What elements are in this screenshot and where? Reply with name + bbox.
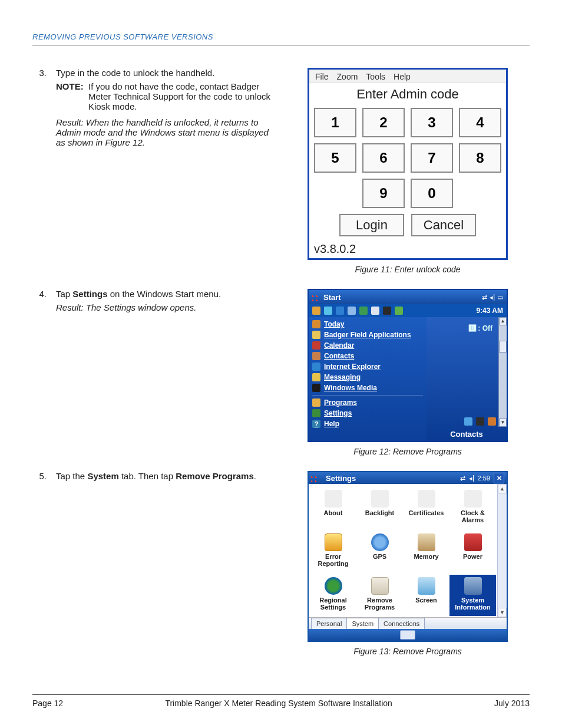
cp-backlight[interactable]: Backlight <box>356 487 403 529</box>
section-header: REMOVING PREVIOUS SOFTWARE VERSIONS <box>32 32 530 45</box>
step3-result: Result: When the handheld is unlocked, i… <box>56 117 274 147</box>
cp-regional[interactable]: Regional Settings <box>310 575 356 616</box>
menu-tools[interactable]: Tools <box>366 72 385 81</box>
start-item-wmedia[interactable]: Windows Media <box>312 383 423 393</box>
tray-icon[interactable] <box>371 307 379 315</box>
key-7[interactable]: 7 <box>411 143 453 173</box>
tab-system[interactable]: System <box>346 618 379 629</box>
note-label: NOTE: <box>56 81 88 111</box>
footer-page: Page 12 <box>32 699 63 708</box>
footer-title: Trimble Ranger X Meter Reading System So… <box>165 699 392 708</box>
scrollbar[interactable]: ▲ ▼ <box>497 484 507 617</box>
tray-icon[interactable] <box>359 307 368 315</box>
cp-system-info[interactable]: System Information <box>449 575 496 616</box>
signal-icon: ◂ǀ <box>469 475 474 482</box>
scroll-up-icon[interactable]: ▲ <box>498 484 507 493</box>
keypad-title: Enter Admin code <box>309 83 506 104</box>
key-2[interactable]: 2 <box>362 108 405 137</box>
key-1[interactable]: 1 <box>314 108 356 137</box>
figure-11-caption: Figure 11: Enter unlock code <box>355 265 461 274</box>
start-item-settings[interactable]: Settings <box>312 408 423 419</box>
key-9[interactable]: 9 <box>362 179 405 208</box>
step5-text: Tap the System tab. Then tap Remove Prog… <box>56 471 274 481</box>
footer-date: July 2013 <box>494 699 530 708</box>
tray-icon[interactable] <box>312 307 320 315</box>
step-number: 3. <box>32 68 56 147</box>
scrollbar[interactable]: ▲ ▼ <box>498 317 507 427</box>
tray-icon[interactable] <box>383 307 391 315</box>
start-item-messaging[interactable]: Messaging <box>312 372 423 383</box>
tab-personal[interactable]: Personal <box>311 618 347 629</box>
signal-icon: ◂ǀ <box>490 294 495 301</box>
tray-icon[interactable] <box>488 417 496 426</box>
key-8[interactable]: 8 <box>459 143 501 173</box>
start-item-calendar[interactable]: Calendar <box>312 340 423 351</box>
battery-icon: ▭ <box>497 294 503 301</box>
cp-screen[interactable]: Screen <box>403 575 449 616</box>
key-5[interactable]: 5 <box>314 143 356 173</box>
softkey-contacts[interactable]: Contacts <box>427 430 507 439</box>
clock: 2:59 <box>478 475 490 482</box>
start-item-contacts[interactable]: Contacts <box>312 351 423 361</box>
cp-error-reporting[interactable]: Error Reporting <box>310 531 356 572</box>
step-number: 4. <box>32 289 56 312</box>
tray-icon[interactable] <box>395 307 403 315</box>
cp-clock-alarms[interactable]: Clock & Alarms <box>449 487 496 529</box>
menu-help[interactable]: Help <box>394 72 411 81</box>
scroll-down-icon[interactable]: ▼ <box>498 608 507 617</box>
start-item-badger[interactable]: Badger Field Applications <box>312 330 423 340</box>
close-button[interactable]: ✕ <box>494 473 504 483</box>
menu-zoom[interactable]: Zoom <box>337 72 358 81</box>
tray-icon[interactable] <box>476 417 484 426</box>
cp-memory[interactable]: Memory <box>403 531 449 572</box>
tray-icon[interactable] <box>324 307 332 315</box>
clock: 9:43 AM <box>476 307 503 315</box>
version-label: v3.8.0.2 <box>309 242 506 258</box>
windows-flag-icon[interactable] <box>311 474 319 482</box>
keyboard-icon[interactable] <box>400 630 415 640</box>
note-text: If you do not have the code, contact Bad… <box>88 81 274 111</box>
start-title[interactable]: Start <box>323 293 482 302</box>
scroll-thumb[interactable] <box>499 341 507 353</box>
step4-text: Tap Settings on the Windows Start menu. <box>56 289 274 299</box>
settings-title: Settings <box>326 474 457 483</box>
start-item-ie[interactable]: Internet Explorer <box>312 361 423 372</box>
key-0[interactable]: 0 <box>411 179 453 208</box>
connectivity-icon: ⇄ <box>460 475 465 482</box>
key-6[interactable]: 6 <box>362 143 405 173</box>
cancel-button[interactable]: Cancel <box>411 214 476 236</box>
cp-certificates[interactable]: Certificates <box>403 487 449 529</box>
start-item-today[interactable]: Today <box>312 319 423 330</box>
tray-icon[interactable] <box>464 417 472 426</box>
start-item-help[interactable]: ?Help <box>312 419 423 429</box>
page-footer: Page 12 Trimble Ranger X Meter Reading S… <box>32 694 530 708</box>
start-item-programs[interactable]: Programs <box>312 397 423 408</box>
step-number: 5. <box>32 471 56 481</box>
key-4[interactable]: 4 <box>459 108 501 137</box>
scroll-down-icon[interactable]: ▼ <box>499 419 507 427</box>
scroll-up-icon[interactable]: ▲ <box>499 317 507 325</box>
windows-flag-icon[interactable] <box>312 293 320 301</box>
figure-12-start-menu: Start ⇄ ◂ǀ ▭ <box>308 289 508 442</box>
figure-13-caption: Figure 13: Remove Programs <box>353 647 462 656</box>
figure-11-keypad: File Zoom Tools Help Enter Admin code 1 … <box>308 68 508 260</box>
cp-power[interactable]: Power <box>449 531 496 572</box>
step4-result: Result: The Settings window opens. <box>56 302 274 312</box>
tray-icon[interactable] <box>348 307 356 315</box>
login-button[interactable]: Login <box>339 214 404 236</box>
step3-text: Type in the code to unlock the handheld. <box>56 68 274 78</box>
tray-icon[interactable] <box>336 307 344 315</box>
status-icons: ⇄ ◂ǀ ▭ <box>482 294 503 301</box>
menu-file[interactable]: File <box>315 72 329 81</box>
cp-remove-programs[interactable]: Remove Programs <box>356 575 403 616</box>
cp-gps[interactable]: GPS <box>356 531 403 572</box>
tab-connections[interactable]: Connections <box>378 618 425 629</box>
figure-12-caption: Figure 12: Remove Programs <box>353 447 462 456</box>
key-3[interactable]: 3 <box>411 108 453 137</box>
connectivity-icon: ⇄ <box>482 294 487 301</box>
bluetooth-status: 🅱 : Off <box>469 324 492 332</box>
figure-13-settings: Settings ⇄ ◂ǀ 2:59 ✕ About Backlight Cer… <box>308 471 508 642</box>
cp-about[interactable]: About <box>310 487 356 529</box>
